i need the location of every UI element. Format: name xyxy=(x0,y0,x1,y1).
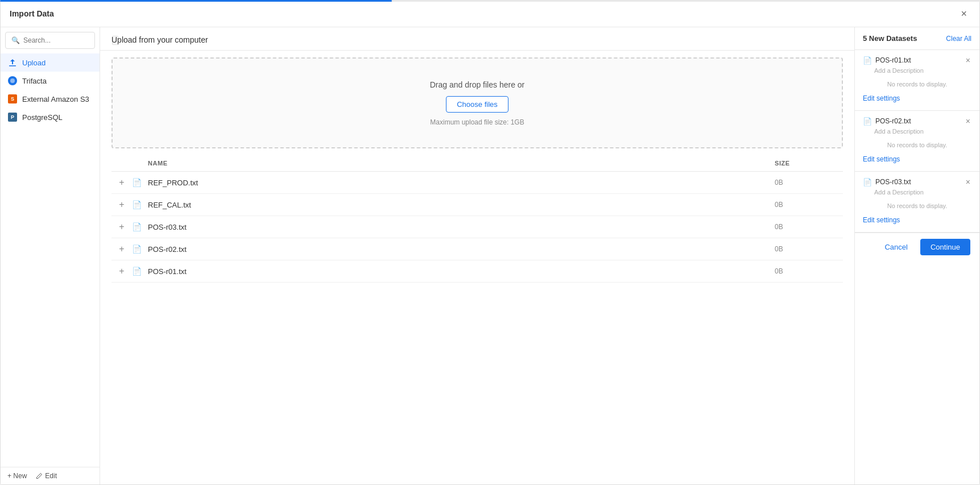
dataset-name-row-1: 📄 POS-r02.txt xyxy=(863,117,911,126)
new-datasets-title: 5 New Datasets xyxy=(863,34,917,43)
file-size-1: 0B xyxy=(775,201,843,209)
modal-title: Import Data xyxy=(10,9,54,18)
dataset-name-row-0: 📄 POS-r01.txt xyxy=(863,56,911,65)
file-table: NAME SIZE + 📄 REF_PROD.txt 0B + 📄 REF_CA… xyxy=(100,155,854,484)
modal-header: Import Data × xyxy=(1,1,979,27)
sidebar-item-label-upload: Upload xyxy=(22,59,46,67)
progress-bar xyxy=(0,0,392,2)
close-button[interactable]: × xyxy=(957,7,970,20)
dataset-close-2[interactable]: × xyxy=(965,177,971,186)
add-file-button-0[interactable]: + xyxy=(111,177,132,188)
dataset-close-1[interactable]: × xyxy=(965,117,971,126)
add-file-button-4[interactable]: + xyxy=(111,266,132,276)
postgresql-icon: P xyxy=(7,112,18,122)
dataset-edit-link-2[interactable]: Edit settings xyxy=(863,214,971,226)
sidebar-search[interactable]: 🔍 / xyxy=(5,32,95,49)
choose-files-button[interactable]: Choose files xyxy=(446,96,508,113)
file-icon-0: 📄 xyxy=(132,178,148,187)
dataset-card-header-0: 📄 POS-r01.txt × xyxy=(863,56,971,65)
file-name-1: REF_CAL.txt xyxy=(148,201,775,209)
file-name-4: POS-r01.txt xyxy=(148,267,775,276)
edit-label: Edit xyxy=(45,472,57,480)
dataset-no-records-0: No records to display. xyxy=(863,76,971,92)
dataset-file-icon-1: 📄 xyxy=(863,117,872,126)
cancel-button[interactable]: Cancel xyxy=(878,239,914,255)
max-size-text: Maximum upload file size: 1GB xyxy=(430,118,524,126)
table-row: + 📄 POS-r02.txt 0B xyxy=(111,238,843,260)
dataset-card-header-1: 📄 POS-r02.txt × xyxy=(863,117,971,126)
file-icon-3: 📄 xyxy=(132,244,148,254)
dataset-card-header-2: 📄 POS-r03.txt × xyxy=(863,177,971,186)
sidebar-item-trifacta[interactable]: Trifacta xyxy=(1,72,100,90)
sidebar-item-label-trifacta: Trifacta xyxy=(22,77,47,85)
dataset-no-records-2: No records to display. xyxy=(863,198,971,214)
right-panel-header: 5 New Datasets Clear All xyxy=(855,27,979,50)
file-table-header: NAME SIZE xyxy=(111,155,843,172)
dataset-file-icon-2: 📄 xyxy=(863,178,872,186)
file-size-2: 0B xyxy=(775,223,843,231)
file-name-3: POS-r02.txt xyxy=(148,245,775,254)
col-size-header: SIZE xyxy=(775,160,843,167)
table-row: + 📄 REF_PROD.txt 0B xyxy=(111,172,843,194)
col-add xyxy=(111,160,132,167)
add-file-button-2[interactable]: + xyxy=(111,222,132,232)
modal-body: 🔍 / Upload Trifac xyxy=(1,27,979,484)
sidebar-bottom: + New Edit xyxy=(1,467,100,484)
file-size-3: 0B xyxy=(775,245,843,253)
sidebar: 🔍 / Upload Trifac xyxy=(1,27,100,484)
content-header: Upload from your computer xyxy=(100,27,854,51)
search-icon: 🔍 xyxy=(11,36,20,44)
col-icon xyxy=(132,160,148,167)
dataset-card-1: 📄 POS-r02.txt × Add a Description No rec… xyxy=(855,111,979,172)
file-name-0: REF_PROD.txt xyxy=(148,179,775,187)
dataset-edit-link-0[interactable]: Edit settings xyxy=(863,92,971,105)
table-row: + 📄 REF_CAL.txt 0B xyxy=(111,194,843,216)
file-icon-2: 📄 xyxy=(132,222,148,231)
clear-all-button[interactable]: Clear All xyxy=(946,35,971,43)
sidebar-item-label-postgresql: PostgreSQL xyxy=(22,113,63,122)
right-panel: 5 New Datasets Clear All 📄 POS-r01.txt ×… xyxy=(854,27,979,484)
dataset-card-0: 📄 POS-r01.txt × Add a Description No rec… xyxy=(855,50,979,111)
table-row: + 📄 POS-r01.txt 0B xyxy=(111,260,843,283)
file-size-4: 0B xyxy=(775,267,843,275)
dataset-desc-1: Add a Description xyxy=(863,128,971,135)
svg-point-1 xyxy=(10,78,15,83)
continue-button[interactable]: Continue xyxy=(920,239,970,255)
dataset-file-icon-0: 📄 xyxy=(863,56,872,65)
sidebar-item-upload[interactable]: Upload xyxy=(1,53,100,72)
amazon-s3-icon: S xyxy=(7,94,18,104)
drag-text: Drag and drop files here or xyxy=(430,80,525,89)
main-content: Upload from your computer Drag and drop … xyxy=(100,27,854,484)
sidebar-item-amazon-s3[interactable]: S External Amazon S3 xyxy=(1,90,100,108)
content-title: Upload from your computer xyxy=(111,35,208,44)
table-row: + 📄 POS-r03.txt 0B xyxy=(111,216,843,238)
dataset-name-1: POS-r02.txt xyxy=(875,117,911,125)
dataset-desc-0: Add a Description xyxy=(863,67,971,74)
add-file-button-3[interactable]: + xyxy=(111,244,132,254)
dataset-name-2: POS-r03.txt xyxy=(875,178,911,186)
add-file-button-1[interactable]: + xyxy=(111,200,132,210)
svg-rect-0 xyxy=(9,65,16,67)
dataset-name-row-2: 📄 POS-r03.txt xyxy=(863,178,911,186)
upload-drop-zone[interactable]: Drag and drop files here or Choose files… xyxy=(111,57,843,148)
dataset-name-0: POS-r01.txt xyxy=(875,56,911,64)
search-input[interactable] xyxy=(23,36,109,44)
dataset-card-2: 📄 POS-r03.txt × Add a Description No rec… xyxy=(855,172,979,233)
modal-footer: Cancel Continue xyxy=(855,233,979,261)
edit-button[interactable]: Edit xyxy=(36,472,57,480)
file-name-2: POS-r03.txt xyxy=(148,223,775,231)
dataset-no-records-1: No records to display. xyxy=(863,137,971,153)
dataset-close-0[interactable]: × xyxy=(965,56,971,65)
col-name-header: NAME xyxy=(148,160,775,167)
upload-icon xyxy=(7,57,18,68)
file-size-0: 0B xyxy=(775,179,843,186)
dataset-edit-link-1[interactable]: Edit settings xyxy=(863,153,971,165)
new-button[interactable]: + New xyxy=(7,472,27,480)
trifacta-icon xyxy=(7,76,18,86)
file-icon-1: 📄 xyxy=(132,200,148,209)
dataset-desc-2: Add a Description xyxy=(863,189,971,196)
sidebar-item-label-amazon: External Amazon S3 xyxy=(22,95,89,103)
sidebar-item-postgresql[interactable]: P PostgreSQL xyxy=(1,108,100,126)
file-icon-4: 📄 xyxy=(132,267,148,276)
